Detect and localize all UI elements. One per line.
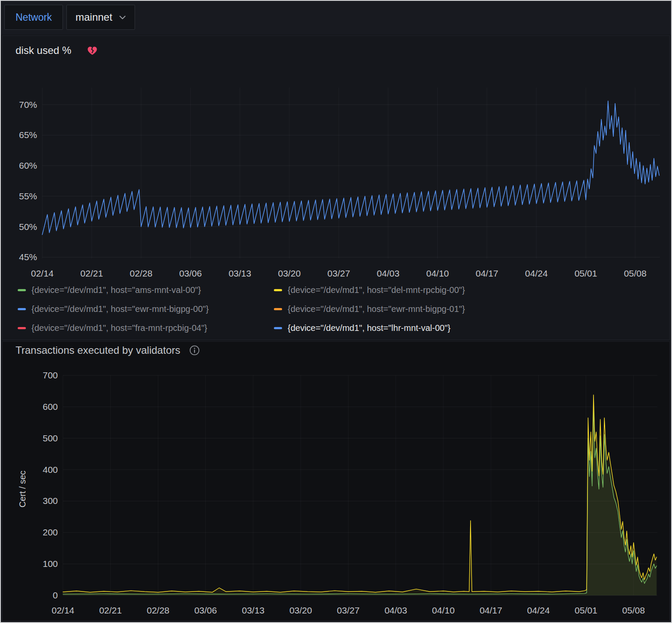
svg-text:45%: 45% — [19, 252, 37, 262]
svg-text:100: 100 — [43, 559, 58, 569]
svg-text:05/01: 05/01 — [575, 605, 597, 615]
svg-text:04/24: 04/24 — [525, 268, 548, 278]
svg-text:04/03: 04/03 — [384, 605, 407, 615]
legend-item-ewr-mnt-bigpg-01[interactable]: {device="/dev/md1", host="ewr-mnt-bigpg-… — [274, 304, 465, 314]
legend-item-del-mnt-rpcbig-00[interactable]: {device="/dev/md1", host="del-mnt-rpcbig… — [274, 285, 465, 295]
svg-text:03/13: 03/13 — [229, 268, 251, 278]
variable-label-text: Network — [16, 12, 52, 23]
legend-item-ams-mnt-val-00[interactable]: {device="/dev/md1", host="ams-mnt-val-00… — [18, 285, 274, 295]
legend-item-ewr-mnt-bigpg-00[interactable]: {device="/dev/md1", host="ewr-mnt-bigpg-… — [18, 304, 274, 314]
svg-text:02/28: 02/28 — [147, 605, 170, 615]
panel-disk-used: disk used % 02/1402/2102/2803/0603/1303/… — [2, 35, 670, 340]
variable-label-network: Network — [4, 5, 63, 30]
svg-text:02/21: 02/21 — [99, 605, 122, 615]
panel-transactions: Transactions executed by validators Cert… — [2, 341, 670, 621]
svg-text:03/20: 03/20 — [278, 268, 301, 278]
series-color-swatch — [274, 308, 282, 310]
svg-text:65%: 65% — [19, 130, 37, 140]
svg-text:05/08: 05/08 — [624, 268, 647, 278]
svg-text:400: 400 — [43, 465, 58, 475]
disk-used-chart[interactable]: 02/1402/2102/2803/0603/1303/2003/2704/03… — [3, 73, 669, 286]
series-color-swatch — [18, 289, 26, 291]
info-circle-icon[interactable] — [189, 345, 200, 356]
legend-label: {device="/dev/md1", host="ams-mnt-val-00… — [31, 285, 201, 295]
series-color-swatch — [18, 327, 26, 329]
svg-text:700: 700 — [43, 370, 58, 380]
dashboard: Network mainnet disk used % 02/1402/2102… — [0, 0, 672, 623]
alert-broken-heart-icon — [87, 45, 98, 56]
svg-text:02/28: 02/28 — [130, 268, 153, 278]
svg-text:04/10: 04/10 — [426, 268, 449, 278]
panel-title: disk used % — [16, 44, 71, 57]
svg-text:03/20: 03/20 — [289, 605, 312, 615]
svg-text:200: 200 — [43, 527, 58, 537]
svg-text:03/27: 03/27 — [337, 605, 360, 615]
panel-title: Transactions executed by validators — [16, 344, 180, 356]
svg-text:04/10: 04/10 — [432, 605, 455, 615]
panel-disk-used-header[interactable]: disk used % — [16, 44, 98, 57]
svg-text:05/01: 05/01 — [575, 268, 597, 278]
svg-text:03/13: 03/13 — [242, 605, 265, 615]
svg-text:03/27: 03/27 — [327, 268, 350, 278]
legend-item-lhr-mnt-val-00[interactable]: {device="/dev/md1", host="lhr-mnt-val-00… — [274, 323, 465, 333]
disk-used-legend: {device="/dev/md1", host="ams-mnt-val-00… — [18, 285, 465, 333]
svg-text:04/17: 04/17 — [476, 268, 499, 278]
series-color-swatch — [274, 327, 282, 329]
svg-text:02/21: 02/21 — [80, 268, 103, 278]
svg-text:70%: 70% — [19, 100, 37, 110]
panel-transactions-header[interactable]: Transactions executed by validators — [16, 344, 200, 356]
dashboard-topbar: Network mainnet — [1, 1, 671, 35]
svg-text:0: 0 — [53, 590, 58, 600]
legend-label: {device="/dev/md1", host="ewr-mnt-bigpg-… — [288, 304, 465, 314]
legend-label: {device="/dev/md1", host="ewr-mnt-bigpg-… — [31, 304, 209, 314]
svg-text:03/06: 03/06 — [194, 605, 217, 615]
svg-text:03/06: 03/06 — [179, 268, 202, 278]
svg-text:50%: 50% — [19, 222, 37, 232]
network-dropdown-value: mainnet — [75, 11, 112, 23]
svg-text:500: 500 — [43, 433, 58, 443]
svg-text:600: 600 — [43, 402, 58, 412]
svg-text:02/14: 02/14 — [52, 605, 75, 615]
svg-text:02/14: 02/14 — [31, 268, 54, 278]
svg-text:60%: 60% — [19, 160, 37, 170]
legend-label: {device="/dev/md1", host="lhr-mnt-val-00… — [288, 323, 450, 333]
legend-item-fra-mnt-rpcbig-04[interactable]: {device="/dev/md1", host="fra-mnt-rpcbig… — [18, 323, 274, 333]
network-dropdown[interactable]: mainnet — [66, 5, 135, 30]
series-color-swatch — [274, 289, 282, 291]
svg-text:04/24: 04/24 — [527, 605, 550, 615]
legend-label: {device="/dev/md1", host="del-mnt-rpcbig… — [288, 285, 465, 295]
svg-text:05/08: 05/08 — [622, 605, 645, 615]
svg-text:300: 300 — [43, 496, 58, 506]
transactions-chart[interactable]: 02/1402/2102/2803/0603/1303/2003/2704/03… — [3, 362, 669, 620]
svg-text:55%: 55% — [19, 191, 37, 201]
legend-label: {device="/dev/md1", host="fra-mnt-rpcbig… — [31, 323, 207, 333]
chevron-down-icon — [119, 15, 126, 20]
series-color-swatch — [18, 308, 26, 310]
svg-text:04/17: 04/17 — [480, 605, 502, 615]
svg-text:04/03: 04/03 — [377, 268, 400, 278]
